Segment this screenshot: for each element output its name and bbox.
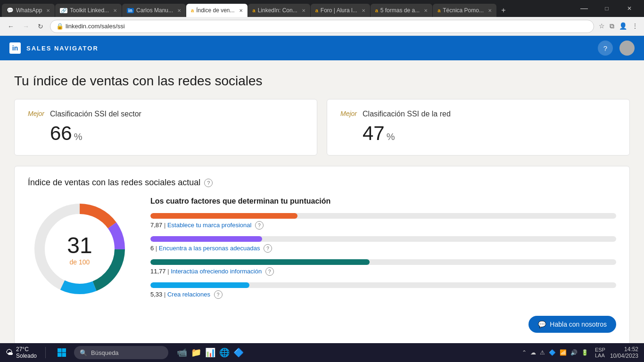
taskbar-files-icon[interactable]: 📁 xyxy=(191,347,201,358)
tab-carlos-close[interactable]: ✕ xyxy=(177,8,181,13)
temperature: 27°C xyxy=(16,346,37,353)
profile-icon[interactable]: 👤 xyxy=(619,22,627,30)
tab-toolkit[interactable]: 🔗 Toolkit Linked... ✕ xyxy=(55,4,122,17)
help-button[interactable]: ? xyxy=(598,41,613,56)
url-text: linkedin.com/sales/ssi xyxy=(66,23,125,30)
close-button[interactable]: ✕ xyxy=(619,0,640,17)
ssi-score-sub: de 100 xyxy=(67,258,92,266)
sales-navigator-title: SALES NAVIGATOR xyxy=(26,45,99,52)
tab-indice[interactable]: a Índice de ven... ✕ xyxy=(186,4,248,17)
card-sector-value: 66 % xyxy=(50,122,141,145)
browser-tab-bar: 💬 WhatsApp ✕ 🔗 Toolkit Linked... ✕ in Ca… xyxy=(0,0,644,17)
taskbar-search[interactable]: 🔍 Búsqueda xyxy=(74,346,168,359)
windows-logo-icon xyxy=(57,348,66,357)
tab-linkedin-com[interactable]: a LinkedIn: Con... ✕ xyxy=(248,4,310,17)
taskbar-datetime: 14:52 10/04/2023 xyxy=(610,346,638,359)
factor-personas-help[interactable]: ? xyxy=(264,244,272,253)
tab-tecnica-close[interactable]: ✕ xyxy=(488,8,492,13)
taskbar-right: ⌃ ☁ ⚠ 🔷 📶 🔊 🔋 ESPLAA 14:52 10/04/2023 xyxy=(522,346,638,359)
factor-informacion-bar-fill xyxy=(150,259,370,265)
window-controls: — □ ✕ xyxy=(571,0,642,17)
main-content: Tu índice de ventas con las redes social… xyxy=(0,60,644,343)
taskbar-finance-icon[interactable]: 📊 xyxy=(205,347,215,358)
factor-informacion-bar-bg xyxy=(150,259,616,265)
browser-toolbar-icons: ☆ ⧉ 👤 ⋮ xyxy=(599,22,638,30)
minimize-button[interactable]: — xyxy=(573,0,595,17)
chat-icon: 💬 xyxy=(538,321,546,328)
factor-marca-bar-fill xyxy=(150,213,297,219)
url-input[interactable]: 🔒 linkedin.com/sales/ssi xyxy=(50,20,594,33)
card-red-subtitle: Clasificación SSI de la red xyxy=(363,110,451,118)
factor-informacion-link[interactable]: Interactúa ofreciendo información xyxy=(171,268,262,275)
taskbar-search-placeholder: Búsqueda xyxy=(91,349,119,356)
tab-indice-close[interactable]: ✕ xyxy=(239,8,243,13)
tab-whatsapp-close[interactable]: ✕ xyxy=(46,8,50,13)
card-red-value: 47 % xyxy=(363,122,451,145)
factor-informacion-help[interactable]: ? xyxy=(265,267,274,276)
factor-personas-label: 6 | Encuentra a las personas adecuadas ? xyxy=(150,244,616,253)
taskbar-edge-icon[interactable]: 🔷 xyxy=(233,347,244,358)
ssi-content: 31 de 100 Los cuatro factores que determ… xyxy=(28,197,616,333)
maximize-button[interactable]: □ xyxy=(596,0,618,17)
factor-marca-label: 7,87 | Establece tu marca profesional ? xyxy=(150,221,616,230)
tab-foro[interactable]: a Foro | Alura l... ✕ xyxy=(311,4,370,17)
factor-personas-bar-bg xyxy=(150,236,616,242)
refresh-button[interactable]: ↻ xyxy=(36,21,45,32)
volume-icon: 🔊 xyxy=(570,349,578,356)
tab-toolkit-label: Toolkit Linked... xyxy=(70,7,109,14)
new-tab-button[interactable]: + xyxy=(497,4,510,17)
alert-icon: ⚠ xyxy=(540,349,545,356)
factor-relaciones-label: 5,33 | Crea relaciones ? xyxy=(150,290,616,299)
chevron-up-icon[interactable]: ⌃ xyxy=(522,349,527,356)
tab-foro-label: Foro | Alura l... xyxy=(321,7,357,14)
battery-icon: 🔋 xyxy=(581,349,588,356)
user-avatar[interactable] xyxy=(619,41,635,56)
factor-personas-link[interactable]: Encuentra a las personas adecuadas xyxy=(159,245,260,252)
page-title: Tu índice de ventas con las redes social… xyxy=(14,74,630,89)
taskbar-video-icon[interactable]: 📹 xyxy=(177,347,187,358)
extensions-icon[interactable]: ⧉ xyxy=(610,22,614,30)
ssi-section: Índice de ventas con las redes sociales … xyxy=(14,166,630,343)
bookmark-icon[interactable]: ☆ xyxy=(599,22,605,30)
factor-marca: 7,87 | Establece tu marca profesional ? xyxy=(150,213,616,230)
factor-marca-help[interactable]: ? xyxy=(255,221,264,230)
tab-tecnica[interactable]: a Técnica Pomo... ✕ xyxy=(433,4,496,17)
taskbar-date-value: 10/04/2023 xyxy=(610,353,638,359)
card-red: Mejor Clasificación SSI de la red 47 % xyxy=(327,99,630,156)
tab-5formas[interactable]: a 5 formas de a... ✕ xyxy=(371,4,433,17)
tab-whatsapp[interactable]: 💬 WhatsApp ✕ xyxy=(2,4,55,17)
cloud-icon: ☁ xyxy=(530,349,536,356)
factor-personas-bar-fill xyxy=(150,236,262,242)
chat-button[interactable]: 💬 Habla con nosotros xyxy=(528,316,616,333)
sales-navigator-header: in SALES NAVIGATOR ? xyxy=(0,36,644,60)
factor-relaciones-link[interactable]: Crea relaciones xyxy=(167,291,210,298)
tab-foro-close[interactable]: ✕ xyxy=(362,8,365,13)
factor-marca-link[interactable]: Establece tu marca profesional xyxy=(167,222,251,229)
start-button[interactable] xyxy=(54,345,69,360)
ssi-help-icon[interactable]: ? xyxy=(204,179,213,187)
header-right-actions: ? xyxy=(598,41,635,56)
menu-icon[interactable]: ⋮ xyxy=(632,22,638,30)
taskbar-chrome-icon[interactable]: 🌐 xyxy=(219,347,230,358)
tab-carlos[interactable]: in Carlos Manu... ✕ xyxy=(122,4,186,17)
factor-relaciones-help[interactable]: ? xyxy=(214,290,223,299)
tab-toolkit-close[interactable]: ✕ xyxy=(113,8,117,13)
donut-chart: 31 de 100 xyxy=(28,197,132,301)
taskbar: 🌤 27°C Soleado 🔍 Búsqueda 📹 📁 📊 🌐 🔷 ⌃ ☁ … xyxy=(0,343,644,362)
factor-relaciones-bar-bg xyxy=(150,282,616,288)
tab-indice-label: Índice de ven... xyxy=(196,7,234,14)
factor-personas: 6 | Encuentra a las personas adecuadas ? xyxy=(150,236,616,253)
taskbar-time-value: 14:52 xyxy=(610,346,638,353)
linkedin-logo: in xyxy=(9,42,21,54)
back-button[interactable]: ← xyxy=(6,21,16,32)
taskbar-system-icons: ⌃ ☁ ⚠ 🔷 📶 🔊 🔋 xyxy=(522,349,588,356)
taskbar-divider xyxy=(45,347,46,358)
language-indicator: ESPLAA xyxy=(595,347,605,358)
forward-button[interactable]: → xyxy=(21,21,31,32)
ssi-cards-row: Mejor Clasificación SSI del sector 66 % … xyxy=(14,99,630,156)
tab-linkedin-com-label: LinkedIn: Con... xyxy=(258,7,297,14)
tab-linkedin-com-close[interactable]: ✕ xyxy=(302,8,305,13)
taskbar-weather: 🌤 27°C Soleado xyxy=(6,346,37,359)
tab-5formas-close[interactable]: ✕ xyxy=(424,8,428,13)
svg-rect-7 xyxy=(58,353,62,357)
